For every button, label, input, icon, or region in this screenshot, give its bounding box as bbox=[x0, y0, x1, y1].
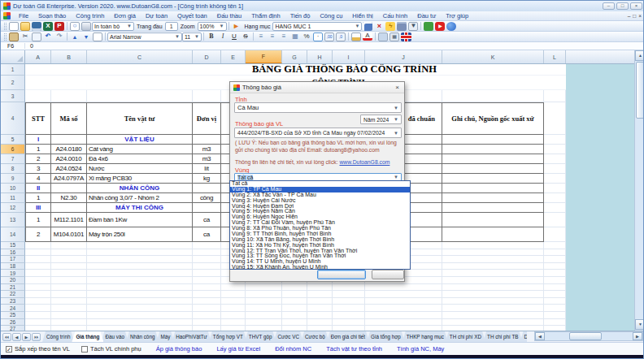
menu-item-thẩm-định[interactable]: Thẩm định bbox=[246, 11, 285, 21]
grid-cell[interactable] bbox=[51, 291, 87, 298]
grid-cell[interactable] bbox=[246, 298, 282, 305]
region-option[interactable]: Vùng 7: TT Cái Đôi Vàm, huyện Phú Tân bbox=[230, 220, 410, 226]
grid-cell[interactable] bbox=[442, 213, 544, 227]
menu-item-đơn-giá[interactable]: Đơn giá bbox=[109, 11, 141, 21]
status-link-đổi-nhóm-nc[interactable]: Đổi nhóm NC bbox=[275, 345, 311, 353]
grid-cell[interactable]: m3 bbox=[193, 145, 221, 154]
row-header-13[interactable]: 13 bbox=[1, 213, 25, 227]
grid-cell[interactable] bbox=[544, 213, 566, 227]
grid-cell[interactable] bbox=[442, 184, 544, 193]
row-header-3[interactable]: 3 bbox=[1, 90, 25, 102]
row-header-26[interactable]: 26 bbox=[1, 319, 25, 327]
grid-cell[interactable] bbox=[221, 291, 246, 298]
grid-cell[interactable]: I bbox=[25, 135, 51, 145]
grid-cell[interactable] bbox=[193, 135, 221, 145]
grid-cell[interactable]: 1 bbox=[25, 193, 51, 203]
grid-cell[interactable] bbox=[442, 90, 544, 102]
grid-cell[interactable] bbox=[544, 305, 566, 312]
sheet-tab-máy[interactable]: Máy bbox=[156, 331, 174, 342]
formula-value[interactable]: 0 bbox=[25, 43, 33, 49]
row-header-23[interactable]: 23 bbox=[1, 298, 25, 305]
grid-cell[interactable]: m3 bbox=[193, 154, 221, 164]
grid-cell[interactable] bbox=[51, 242, 87, 249]
grid-cell[interactable]: 1 bbox=[25, 145, 51, 154]
horizontal-scrollbar[interactable]: ◀ ▶ bbox=[534, 331, 643, 341]
delete-icon[interactable]: × bbox=[374, 22, 384, 31]
sheet-tab-đầu-vào[interactable]: Đầu vào bbox=[101, 331, 128, 342]
windows-menu-icon[interactable]: ▼ bbox=[408, 22, 418, 31]
grid-cell[interactable]: 2 bbox=[25, 154, 51, 164]
grid-cell[interactable]: Đá 4x6 bbox=[87, 154, 193, 164]
grid-cell[interactable] bbox=[87, 249, 193, 257]
region-option[interactable]: Vùng 8: Xã Phú Thuận, huyện Phú Tân bbox=[230, 226, 410, 231]
grid-cell[interactable] bbox=[87, 270, 193, 277]
row-header-19[interactable]: 19 bbox=[1, 270, 25, 277]
grid-cell[interactable] bbox=[51, 319, 87, 327]
status-link-tính-giá-nc-máy[interactable]: Tính giá NC, Máy bbox=[397, 345, 444, 353]
row-header-9[interactable]: 9 bbox=[1, 174, 25, 184]
grid-cell[interactable] bbox=[221, 319, 246, 327]
grid-cell[interactable] bbox=[442, 242, 544, 249]
goto-section-icon[interactable]: ► bbox=[232, 22, 242, 31]
sheet-tab-giá-tháng[interactable]: Giá tháng bbox=[72, 331, 103, 342]
grid-cell[interactable]: Cát vàng bbox=[87, 145, 193, 154]
grid-cell[interactable]: A24.0524 bbox=[51, 164, 87, 174]
grid-cell[interactable] bbox=[442, 256, 544, 263]
grid-cell[interactable]: Đơn vị bbox=[193, 102, 221, 135]
menu-item-soạn-thảo[interactable]: Soạn thảo bbox=[33, 11, 71, 21]
grid-cell[interactable] bbox=[442, 164, 544, 174]
grid-cell[interactable] bbox=[25, 270, 51, 277]
vertical-scrollbar[interactable]: ▲ ▼ bbox=[634, 50, 644, 331]
grid-cell[interactable] bbox=[193, 291, 221, 298]
next-sheet-icon[interactable]: ▶ bbox=[22, 333, 31, 341]
grid-cell[interactable] bbox=[87, 319, 193, 327]
sheet-tab-th-chi-phí-tb[interactable]: TH chi phí TB bbox=[483, 331, 522, 342]
grid-cell[interactable] bbox=[25, 291, 51, 298]
grid-cell[interactable] bbox=[193, 203, 221, 213]
column-header-C[interactable]: C bbox=[87, 50, 193, 63]
minimize-button[interactable]: – bbox=[603, 2, 615, 10]
grid-cell[interactable]: Nhân công 3,0/7 - Nhóm 2 bbox=[87, 193, 193, 203]
save-icon[interactable] bbox=[32, 22, 41, 31]
grid-cell[interactable] bbox=[365, 305, 442, 312]
grid-cell[interactable] bbox=[365, 291, 442, 298]
row-header-14[interactable]: 14 bbox=[1, 227, 25, 242]
grid-cell[interactable] bbox=[51, 298, 87, 305]
year-dropdown[interactable]: Năm 2024▼ bbox=[360, 115, 402, 124]
column-header-F[interactable]: F bbox=[246, 50, 282, 63]
grid-cell[interactable] bbox=[442, 270, 544, 277]
region-option[interactable]: Vùng 9: TT Thới Bình, huyện Thới Bình bbox=[230, 231, 410, 237]
grid-cell[interactable] bbox=[442, 263, 544, 270]
move-down-icon[interactable]: ▼ bbox=[81, 32, 91, 41]
mdi-minimize-button[interactable]: – bbox=[628, 13, 631, 19]
grid-cell[interactable] bbox=[442, 319, 544, 327]
grid-cell[interactable]: 2 bbox=[25, 227, 51, 242]
open-icon[interactable] bbox=[20, 22, 30, 31]
scroll-right-icon[interactable]: ▶ bbox=[633, 332, 642, 340]
column-header-D[interactable]: D bbox=[193, 50, 221, 63]
grid-cell[interactable] bbox=[51, 256, 87, 263]
align-right-icon[interactable]: ≡ bbox=[279, 32, 289, 41]
grid-cell[interactable] bbox=[87, 90, 193, 102]
grid-cell[interactable] bbox=[544, 184, 566, 193]
layout-icon[interactable] bbox=[363, 22, 372, 31]
grid-cell[interactable] bbox=[51, 284, 87, 292]
export-pdf-icon[interactable]: P bbox=[54, 22, 64, 31]
youtube-icon[interactable]: ▶ bbox=[435, 22, 445, 31]
row-header-1[interactable]: 1 bbox=[1, 64, 25, 76]
row-header-17[interactable]: 17 bbox=[1, 256, 25, 263]
quick-calc-icon[interactable]: ϟ bbox=[385, 22, 395, 31]
grid-cell[interactable]: Xi măng PCB30 bbox=[87, 174, 193, 184]
row-header-12[interactable]: 12 bbox=[1, 203, 25, 213]
grid-cell[interactable] bbox=[87, 291, 193, 298]
grid-cell[interactable] bbox=[282, 291, 307, 298]
grid-cell[interactable] bbox=[307, 305, 333, 312]
grid-cell[interactable] bbox=[282, 312, 307, 319]
dialog-cancel-button[interactable] bbox=[372, 270, 404, 279]
grid-cell[interactable] bbox=[442, 227, 544, 242]
row-header-11[interactable]: 11 bbox=[1, 193, 25, 203]
grid-cell[interactable]: A24.0797A bbox=[51, 174, 87, 184]
grid-cell[interactable] bbox=[51, 277, 87, 284]
sheet-tab-đơn-giá-chi-tiết[interactable]: Đơn giá chi tiết bbox=[327, 331, 369, 342]
grid-cell[interactable]: M104.0101 bbox=[51, 227, 87, 242]
